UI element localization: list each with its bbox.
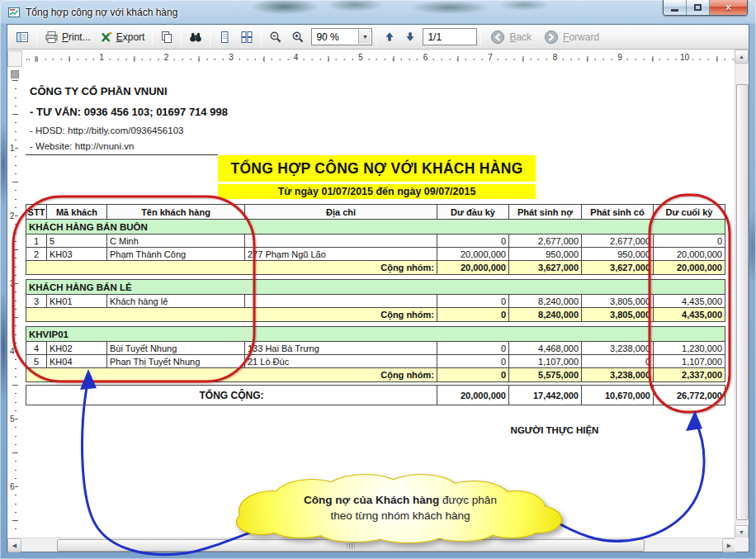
back-label: Back: [509, 31, 532, 43]
report-title: TỔNG HỢP CÔNG NỢ VỚI KHÁCH HÀNG: [218, 155, 536, 182]
report-table: STTMã kháchTên khách hàngĐịa chỉDư đầu k…: [26, 204, 725, 405]
page-number-field[interactable]: 1/1: [423, 28, 477, 45]
ruler-number: 2: [162, 53, 172, 62]
cell: 4,435,000: [654, 295, 725, 308]
cell: Bùi Tuyết Nhung: [107, 342, 245, 355]
cell: 4,468,000: [509, 342, 582, 355]
cell: KH02: [47, 342, 107, 355]
ruler-number: 3: [226, 53, 236, 62]
table-row: 3KH01Khách hàng lẻ08,240,0003,805,0004,4…: [26, 295, 725, 308]
company-hdsd-line: - HDSD: http://bitly.com/0936456103: [30, 126, 183, 135]
single-page-icon: [218, 31, 231, 44]
horizontal-scrollbar-thumb[interactable]: [57, 539, 645, 552]
page-up-icon: [384, 31, 395, 43]
total-label: TỔNG CỘNG:: [26, 386, 437, 405]
company-website-line: - Website: http://vnuni.vn: [30, 141, 134, 151]
multi-page-view-button[interactable]: [236, 27, 258, 47]
close-button[interactable]: ✕: [710, 0, 747, 15]
client-area: Print... Export: [7, 24, 749, 552]
subtotal-value: 0: [437, 368, 509, 382]
subtotal-value: 5,575,000: [509, 368, 582, 382]
total-value: 10,670,000: [582, 386, 654, 405]
print-label: Print...: [62, 31, 91, 43]
toggle-group-tree-button[interactable]: [12, 27, 33, 47]
toolbar-separator: [152, 29, 153, 45]
cell: 8,240,000: [509, 295, 582, 308]
cell: 2: [26, 248, 47, 261]
chevron-down-icon[interactable]: ▼: [358, 30, 371, 44]
toolbar-separator: [181, 29, 182, 45]
ruler-number: 6: [10, 481, 15, 493]
column-header: Địa chỉ: [245, 205, 437, 220]
toolbar-separator: [210, 29, 210, 45]
binoculars-icon: [189, 31, 202, 44]
report-subtitle: Từ ngày 01/07/2015 đến ngày 09/07/2015: [218, 184, 536, 199]
total-value: 20,000,000: [437, 386, 509, 405]
ruler-number: 4: [10, 345, 15, 358]
subtotal-row: Cộng nhóm:05,575,0003,238,0002,337,000: [26, 368, 725, 382]
header-separator-line: [26, 154, 218, 155]
next-page-button[interactable]: [400, 27, 420, 47]
zoom-out-button[interactable]: [265, 27, 286, 47]
multi-page-icon: [240, 31, 253, 44]
cell: 950,000: [582, 248, 654, 261]
single-page-view-button[interactable]: [214, 27, 235, 47]
subtotal-value: 3,627,000: [582, 261, 654, 275]
cell: 2,677,000: [509, 234, 582, 248]
copy-button[interactable]: [156, 27, 177, 47]
ruler-number: 9: [615, 53, 625, 62]
ruler-corner: [7, 50, 22, 67]
cell: 0: [654, 234, 725, 248]
previous-page-button[interactable]: [380, 27, 399, 47]
cell: 20,000,000: [654, 248, 725, 261]
cell: 20,000,000: [437, 248, 509, 261]
subtotal-value: 2,337,000: [654, 368, 725, 382]
cell: 2,677,000: [582, 234, 654, 248]
horizontal-scrollbar[interactable]: ◀ ▶: [7, 538, 736, 552]
cell: 3,238,000: [582, 342, 654, 355]
subtotal-value: 3,805,000: [582, 308, 654, 322]
signature-label: NGƯỜI THỰC HIỆN: [451, 425, 658, 435]
toolbar: Print... Export: [7, 25, 749, 50]
cell: [245, 295, 437, 308]
forward-button[interactable]: Forward: [538, 30, 605, 45]
zoom-in-button[interactable]: [287, 27, 309, 47]
find-button[interactable]: [185, 27, 206, 47]
cell: 4: [26, 342, 47, 355]
subtotal-value: 3,238,000: [582, 368, 654, 382]
group-label: KHÁCH HÀNG BÁN LẺ: [26, 280, 725, 295]
minimize-button[interactable]: [664, 0, 687, 15]
export-button[interactable]: Export: [96, 27, 149, 47]
zoom-out-icon: [269, 31, 282, 44]
title-bar[interactable]: Tổng hợp công nợ với khách hàng: [0, 0, 756, 24]
cell: 0: [437, 295, 509, 308]
scroll-up-arrow[interactable]: ▲: [735, 50, 749, 64]
ruler-number: 5: [10, 413, 15, 425]
total-value: 17,442,000: [509, 386, 582, 405]
cell: 950,000: [509, 248, 582, 261]
scroll-left-arrow[interactable]: ◀: [7, 538, 21, 552]
cell: 1,107,000: [509, 355, 582, 368]
table-row: 4KH02Bùi Tuyết Nhung133 Hai Bà Trưng04,4…: [26, 342, 725, 355]
subtotal-value: 0: [437, 308, 509, 322]
column-header: STT: [26, 205, 47, 220]
forward-icon: [544, 30, 559, 45]
column-header: Dư đầu kỳ: [437, 205, 509, 220]
scrollbar-corner: [735, 538, 749, 552]
zoom-level-combobox[interactable]: 90 % ▼: [311, 28, 372, 45]
back-button[interactable]: Back: [484, 30, 537, 45]
subtotal-label: Cộng nhóm:: [26, 308, 437, 322]
company-consult-line: - TƯ VẤN: 0936 456 103; 01697 714 998: [30, 106, 228, 118]
vertical-scrollbar-thumb[interactable]: [736, 84, 749, 520]
subtotal-value: 8,240,000: [509, 308, 582, 322]
cell: 277 Phạm Ngũ Lão: [245, 248, 437, 261]
cell: [245, 234, 437, 248]
window-frame: Tổng hợp công nợ với khách hàng ✕: [0, 0, 756, 559]
cell: Khách hàng lẻ: [107, 295, 245, 308]
print-button[interactable]: Print...: [40, 27, 95, 47]
maximize-button[interactable]: [687, 0, 710, 15]
cell: 0: [437, 342, 509, 355]
app-icon: [7, 6, 21, 19]
column-header: Tên khách hàng: [107, 205, 245, 220]
vertical-scrollbar[interactable]: ▲ ▼: [735, 50, 749, 539]
